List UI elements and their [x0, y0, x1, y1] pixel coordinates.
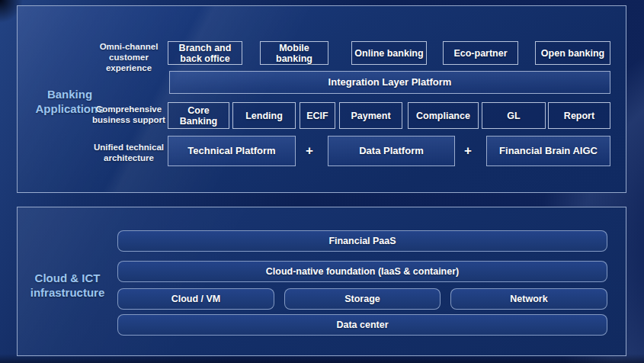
omni-label-line2: customer [82, 52, 175, 63]
banking-title-line1: Banking [18, 88, 122, 102]
label-unified-technical-architecture: Unified technical architecture [82, 142, 175, 163]
box-branch-and-back-office: Branch and back office [168, 41, 242, 65]
box-lending: Lending [232, 102, 296, 129]
box-financial-brain-aigc: Financial Brain AIGC [486, 136, 610, 166]
box-eco-partner: Eco-partner [443, 41, 518, 65]
unified-label-line2: architecture [82, 153, 175, 163]
box-ecif: ECIF [300, 102, 335, 129]
box-compliance: Compliance [408, 102, 479, 129]
omni-label-line3: experience [82, 63, 175, 73]
label-omni-channel-customer-experience: Omni-channel customer experience [82, 41, 175, 73]
box-open-banking: Open banking [535, 41, 610, 65]
box-data-platform: Data Platform [328, 136, 455, 166]
box-gl: GL [482, 102, 546, 129]
pill-cloud-vm: Cloud / VM [117, 288, 274, 310]
cloud-title-line1: Cloud & ICT [18, 271, 117, 286]
pill-network: Network [450, 288, 607, 310]
banking-applications-panel: Banking Applications Omni-channel custom… [17, 5, 626, 193]
omni-label-line1: Omni-channel [82, 41, 175, 52]
box-core-banking: Core Banking [168, 102, 229, 129]
box-mobile-banking: Mobile banking [260, 41, 328, 65]
unified-label-line1: Unified technical [82, 142, 175, 153]
pill-storage: Storage [284, 288, 441, 310]
banking-architecture-diagram: Banking Applications Omni-channel custom… [0, 0, 644, 363]
cloud-title-line2: infrastructure [18, 286, 117, 300]
pill-data-center: Data center [117, 314, 607, 336]
box-report: Report [548, 102, 610, 129]
plus-sign-2: + [459, 136, 477, 166]
box-technical-platform: Technical Platform [168, 136, 296, 166]
business-label-line1: Comprehensive [82, 104, 175, 114]
plus-sign-1: + [300, 136, 319, 166]
pill-cloud-native-foundation: Cloud-native foundation (IaaS & containe… [117, 261, 607, 282]
cloud-ict-infrastructure-panel: Cloud & ICT infrastructure Financial Paa… [17, 207, 626, 356]
box-payment: Payment [339, 102, 402, 129]
box-online-banking: Online banking [351, 41, 427, 65]
pill-financial-paas: Financial PaaS [117, 230, 607, 252]
business-label-line2: business support [82, 114, 175, 125]
box-integration-layer-platform: Integration Layer Platform [169, 71, 610, 94]
cloud-panel-title: Cloud & ICT infrastructure [18, 271, 117, 300]
label-comprehensive-business-support: Comprehensive business support [82, 104, 175, 125]
